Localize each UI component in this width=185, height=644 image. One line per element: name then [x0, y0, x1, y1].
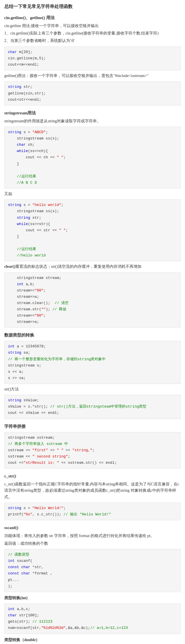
- page-title: 总结一下常见常见字符串处理函数: [4, 3, 181, 10]
- heading-sscanf-double: 类型转换（double）: [4, 637, 181, 643]
- para-cin-getline-3: 2、当第三个参数省略时，系统默认为'\0': [4, 38, 181, 44]
- code-data-conversion-1: int a = 12345678; string sa; // 将一个整形变量转…: [4, 341, 181, 384]
- para-also: 又如: [4, 191, 181, 197]
- section-cin-getline: cin.getline()、getline() 用法 cin.getline 用…: [4, 14, 181, 106]
- heading-c-str: c_str(): [4, 473, 181, 479]
- heading-cin-getline: cin.getline()、getline() 用法: [4, 14, 181, 21]
- code-getline: string str; getline(cin,str); cout<str<<…: [4, 81, 181, 105]
- code-sscanf-int: int a,b,c; char str[100]; gets(str); // …: [4, 604, 181, 634]
- para-sscanf-1: 功能体现：将传入的参数 str 字符串，按照 format 的格式进行转化并将结…: [4, 533, 181, 539]
- para-sscanf-2: 返回值：成功转换的个数: [4, 540, 181, 547]
- heading-sscanf: sscanf(): [4, 524, 181, 531]
- para-str-method: str()方法: [4, 386, 181, 392]
- code-clear: stringstream stream; int a,b; stream<<"8…: [4, 272, 181, 328]
- code-sscanf-decl: // 函数原型 int sscanf( const char *str, con…: [4, 549, 181, 592]
- heading-data-conversion: 数据类型的转换: [4, 332, 181, 339]
- section-string-concat: 字符串拼接 stringstream sstream; // 将多个字符串放入 …: [4, 423, 181, 469]
- para-getline: getline()用法：接收一个字符串，可以接收空格并输出，需包含"#inclu…: [4, 73, 181, 79]
- code-c-str: string s = "Hello World!"; printf("%s", …: [4, 503, 181, 520]
- para-stringstream: stringstream的作用就是从string对象读取字符或字符串。: [4, 118, 181, 124]
- code-string-concat: stringstream sstream; // 将多个字符串放入 sstrea…: [4, 432, 181, 469]
- section-clear: clear()重置流的标志状态；str()清空流的内存缓冲，重复使用内存消耗不再…: [4, 264, 181, 328]
- heading-sscanf-int: 类型转换(int): [4, 595, 181, 601]
- para-cin-getline-2: 1、cin.getline()实际上有三个参数，cin.getline(接收字符…: [4, 30, 181, 37]
- para-cin-getline-1: cin.getline 用法:接收一个字符串，可以接收空格并输出: [4, 23, 181, 29]
- section-data-conversion: 数据类型的转换 int a = 12345678; string sa; // …: [4, 332, 181, 419]
- code-stringstream-2: string s = "hello world"; stringstream s…: [4, 199, 181, 261]
- heading-stringstream: stringstream用法: [4, 110, 181, 116]
- section-sscanf: sscanf() 功能体现：将传入的参数 str 字符串，按照 format 的…: [4, 524, 181, 644]
- code-str-method: string sValue; sValue = s.*str(); // str…: [4, 395, 181, 419]
- heading-string-concat: 字符串拼接: [4, 423, 181, 430]
- para-c-str: c_str()函数返回一个指向正规C字符串的指针常量,内容与本string串相同…: [4, 481, 181, 500]
- para-clear: clear()重置流的标志状态；str()清空流的内存缓冲，重复使用内存消耗不再…: [4, 264, 181, 270]
- section-c-str: c_str() c_str()函数返回一个指向正规C字符串的指针常量,内容与本s…: [4, 473, 181, 520]
- section-stringstream: stringstream用法 stringstream的作用就是从string对…: [4, 110, 181, 261]
- code-stringstream-1: string s = "ABCD"; stringstream ss(s); c…: [4, 127, 181, 189]
- code-cin-getline-1: char m[20]; cin.getline(m,5); cout<<m<<e…: [4, 46, 181, 70]
